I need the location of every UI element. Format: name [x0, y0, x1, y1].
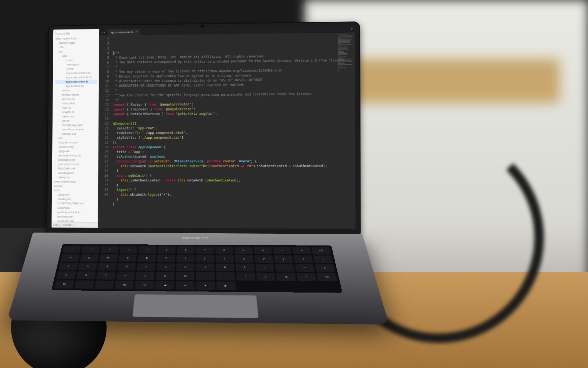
key: ⌘: [54, 280, 75, 289]
tab-nav[interactable]: ‹ ›: [99, 29, 108, 36]
file-tree-item[interactable]: util: [54, 136, 97, 141]
code-line[interactable]: }: [112, 183, 355, 188]
code-line[interactable]: }: [112, 197, 355, 202]
key: E: [118, 254, 137, 262]
laptop-lid: FOLDERS okta-hosted-logincustom-logine2e…: [47, 21, 361, 235]
file-tree-item[interactable]: app.component.css: [55, 71, 97, 76]
file-tree-item[interactable]: .travis.yml: [54, 197, 96, 201]
key: ▼: [196, 282, 215, 290]
code-line[interactable]: constructor(public oktaAuth: OktaAuthSer…: [113, 159, 355, 164]
file-tree-item[interactable]: .editorconfig: [54, 145, 97, 149]
file-tree-item[interactable]: styles.css: [55, 114, 97, 118]
laptop-brand-label: MacBook Pro: [182, 236, 209, 240]
key: Z: [56, 271, 76, 279]
key: H: [176, 263, 195, 271]
key: 2: [100, 246, 119, 253]
key: 4: [139, 246, 157, 254]
file-tree-item[interactable]: typings.d.ts: [54, 132, 97, 136]
key: fn: [276, 273, 296, 281]
tab-overflow-icon[interactable]: ≡: [348, 26, 355, 32]
file-tree-item[interactable]: protractor.conf.js: [54, 162, 97, 167]
key: X: [76, 272, 96, 280]
file-tree-item[interactable]: okta-hosted-login: [54, 180, 96, 184]
code-line[interactable]: isAuthenticated: boolean;: [113, 154, 355, 159]
code-line[interactable]: [112, 206, 355, 212]
key: B: [136, 272, 155, 280]
key: 7: [196, 247, 214, 254]
file-tree-item[interactable]: tslint.json: [54, 175, 96, 180]
photo-scene: FOLDERS okta-hosted-logincustom-logine2e…: [0, 0, 588, 368]
file-tree-item[interactable]: assets: [55, 88, 97, 93]
code-line[interactable]: logout() {: [112, 188, 355, 192]
key: [: [274, 255, 293, 263]
file-tree-item[interactable]: index.html: [55, 101, 97, 106]
file-tree-item[interactable]: environments: [55, 92, 97, 97]
keyboard: `1234567890-=⌫⇥QWERTYUIOP[]\⇪ASDFGHJKL;'…: [51, 244, 343, 293]
key: V: [116, 272, 135, 280]
key: ↵: [295, 264, 315, 272]
key: \: [313, 255, 333, 263]
file-tree-item[interactable]: tsconfig.app.json: [55, 123, 97, 127]
line-number-gutter: 1234567891011121314151617181920212223242…: [98, 35, 111, 228]
close-icon[interactable]: ×: [136, 29, 138, 35]
key: 0: [254, 247, 272, 254]
file-tree-item[interactable]: polyfills.ts: [55, 110, 97, 114]
key: ]: [294, 255, 313, 263]
code-line[interactable]: this.oktaAuth.$authenticationState.subsc…: [113, 164, 355, 169]
file-tree-item[interactable]: tools: [54, 188, 96, 193]
key: J: [196, 263, 215, 271]
key: 8: [215, 247, 233, 254]
file-tree-item[interactable]: .gitignore: [54, 193, 96, 197]
file-tree-sidebar[interactable]: FOLDERS okta-hosted-logincustom-logine2e…: [51, 29, 99, 228]
key: ⇧: [315, 264, 335, 272]
file-tree-item[interactable]: profile: [55, 67, 97, 71]
key: 9: [234, 247, 253, 254]
file-tree-item[interactable]: tsconfig.json: [54, 171, 96, 175]
key: ◀: [155, 281, 174, 290]
key: G: [157, 263, 175, 271]
tab-label: app.component.ts: [111, 29, 133, 35]
nav-back-icon[interactable]: ‹: [102, 29, 103, 36]
minimap[interactable]: [338, 34, 354, 67]
file-tree-item[interactable]: package-lock.json: [54, 153, 97, 158]
file-tree-item[interactable]: package-lock.json: [54, 210, 96, 215]
key: ▲: [176, 281, 194, 290]
file-tree-item[interactable]: main.ts: [55, 106, 97, 110]
file-tree-item[interactable]: README.md: [54, 166, 97, 171]
file-tree-item[interactable]: messages: [55, 62, 97, 67]
sidebar-header: FOLDERS: [55, 31, 97, 36]
key: T: [157, 255, 175, 262]
key: ⌥: [135, 281, 154, 290]
file-tree-item[interactable]: CONTRIBUTING.md: [54, 201, 96, 206]
key: ': [275, 264, 294, 272]
file-tree-item[interactable]: LICENSE: [54, 206, 96, 210]
file-tree-item[interactable]: .angular-cli.json: [54, 140, 97, 145]
key: ⌃: [297, 273, 317, 281]
laptop-screen: FOLDERS okta-hosted-logincustom-logine2e…: [51, 26, 355, 229]
file-tree-item[interactable]: app.component.html: [55, 75, 97, 80]
key: R: [138, 254, 156, 262]
file-tree-item[interactable]: .gitignore: [54, 149, 97, 153]
key: `: [62, 246, 81, 253]
key: ⇪: [58, 262, 78, 270]
tab-app-component[interactable]: app.component.ts ×: [108, 29, 141, 36]
file-tree-item[interactable]: package.json: [54, 215, 96, 219]
key: Y: [176, 255, 194, 262]
code-line[interactable]: async ngOnInit() {: [112, 173, 355, 178]
file-tree-item[interactable]: favicon.ico: [55, 97, 97, 102]
file-tree-item[interactable]: scripts: [54, 184, 96, 188]
key: =: [292, 247, 311, 254]
code-lines[interactable]: /*! * Copyright (c) 2018, Okta, Inc. and…: [110, 32, 356, 229]
nav-forward-icon[interactable]: ›: [104, 29, 105, 36]
file-tree-item[interactable]: package.json: [54, 158, 97, 162]
file-tree-item[interactable]: tsconfig.spec.json: [54, 127, 97, 132]
code-line[interactable]: }: [112, 202, 355, 207]
code-line[interactable]: this.oktaAuth.logout('/');: [112, 192, 355, 198]
code-area[interactable]: 1234567891011121314151617181920212223242…: [98, 32, 355, 229]
file-tree-item[interactable]: app.module.ts: [55, 84, 97, 89]
file-tree-item[interactable]: test.ts: [55, 118, 97, 123]
code-line[interactable]: }: [112, 169, 355, 174]
key: S: [97, 263, 116, 270]
file-tree-item[interactable]: app.component.ts: [55, 79, 97, 84]
code-line[interactable]: this.isAuthenticated = await this.oktaAu…: [112, 178, 355, 183]
